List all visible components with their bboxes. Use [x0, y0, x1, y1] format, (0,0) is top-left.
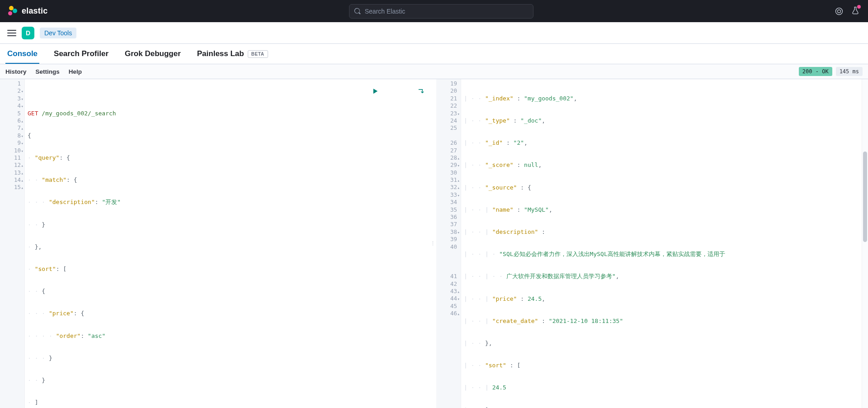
response-scrollbar[interactable] [862, 79, 868, 408]
history-link[interactable]: History [5, 68, 27, 75]
brand-name: elastic [22, 6, 47, 16]
console-split-panel: 12▾3▾4▾56▴7▴8▾9▾10▾1112▴13▴14▴15▴ GET /m… [0, 79, 868, 408]
tab-search-profiler[interactable]: Search Profiler [52, 45, 110, 64]
help-link[interactable]: Help [69, 68, 82, 75]
scrollbar-thumb[interactable] [863, 152, 867, 242]
console-toolbar: History Settings Help 200 - OK 145 ms [0, 64, 868, 79]
svg-point-1 [838, 9, 841, 13]
global-search[interactable] [349, 4, 533, 19]
response-code: | · · "_index" : "my_goods_002", | · · "… [461, 79, 868, 408]
svg-point-0 [836, 8, 843, 14]
request-gutter: 12▾3▾4▾56▴7▴8▾9▾10▾1112▴13▴14▴15▴ [0, 79, 25, 408]
brand-logo[interactable]: elastic [7, 6, 47, 17]
request-method: GET [28, 110, 38, 117]
painless-label: Painless Lab [197, 49, 244, 58]
devtools-tabs: Console Search Profiler Grok Debugger Pa… [0, 44, 868, 64]
global-header: elastic [0, 0, 868, 22]
request-code[interactable]: GET /my_goods_002/_search { · "query": {… [25, 79, 432, 408]
notification-dot [857, 5, 861, 9]
response-status-badge: 200 - OK [799, 67, 832, 76]
nav-toggle-button[interactable] [7, 28, 16, 38]
elastic-logo-icon [7, 6, 18, 17]
global-search-input[interactable] [365, 8, 528, 15]
help-icon[interactable] [835, 7, 844, 16]
request-path: /my_goods_002/_search [42, 110, 116, 117]
newsfeed-button[interactable] [851, 6, 860, 16]
app-subheader: D Dev Tools [0, 22, 868, 44]
settings-link[interactable]: Settings [36, 68, 60, 75]
search-icon [354, 8, 361, 15]
space-selector[interactable]: D [22, 27, 34, 39]
breadcrumb-devtools[interactable]: Dev Tools [40, 28, 76, 38]
response-gutter: 1920212223▾2425262728▴29▾3031▴32▴33▾3435… [436, 79, 461, 408]
pane-resizer[interactable] [432, 79, 436, 408]
tab-grok-debugger[interactable]: Grok Debugger [123, 45, 183, 64]
send-request-button[interactable] [336, 81, 378, 104]
tab-painless-lab[interactable]: Painless Lab BETA [195, 45, 270, 64]
tab-console[interactable]: Console [5, 45, 39, 64]
request-editor[interactable]: 12▾3▾4▾56▴7▴8▾9▾10▾1112▴13▴14▴15▴ GET /m… [0, 79, 432, 408]
beta-badge: BETA [248, 50, 268, 58]
response-time-badge: 145 ms [836, 67, 863, 76]
response-viewer[interactable]: 1920212223▾2425262728▴29▾3031▴32▴33▾3435… [436, 79, 868, 408]
request-options-button[interactable] [382, 81, 425, 104]
